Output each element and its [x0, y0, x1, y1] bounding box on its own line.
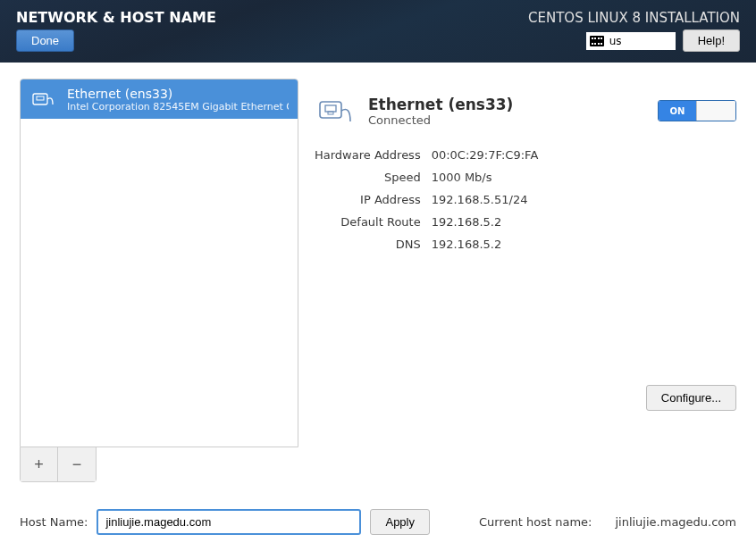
installer-title: CENTOS LINUX 8 INSTALLATION [528, 10, 740, 26]
svg-rect-2 [320, 102, 341, 118]
ethernet-icon [29, 85, 58, 113]
remove-device-button[interactable]: − [58, 447, 96, 481]
svg-rect-0 [33, 94, 47, 104]
apply-button[interactable]: Apply [370, 509, 430, 535]
keyboard-layout-label: us [609, 35, 622, 47]
device-status: Connected [368, 113, 647, 127]
dns-value: 192.168.5.2 [432, 238, 539, 251]
svg-rect-1 [37, 96, 44, 100]
ethernet-icon [315, 89, 357, 132]
keyboard-icon [590, 36, 604, 46]
toggle-knob [696, 101, 735, 121]
ip-address-label: IP Address [315, 193, 421, 206]
current-hostname-label: Current host name: [479, 515, 592, 529]
device-name: Ethernet (ens33) [368, 96, 647, 113]
hardware-address-value: 00:0C:29:7F:C9:FA [432, 148, 539, 162]
network-device-list: Ethernet (ens33) Intel Corporation 82545… [20, 79, 298, 447]
device-details: Hardware Address 00:0C:29:7F:C9:FA Speed… [315, 148, 538, 251]
device-toggle[interactable]: ON [658, 100, 736, 121]
page-title: NETWORK & HOST NAME [16, 9, 216, 26]
device-list-description: Intel Corporation 82545EM Gigabit Ethern… [67, 101, 289, 113]
device-list-item[interactable]: Ethernet (ens33) Intel Corporation 82545… [21, 79, 298, 119]
configure-button[interactable]: Configure... [646, 385, 736, 411]
current-hostname-value: jinliujie.magedu.com [615, 515, 736, 529]
device-list-name: Ethernet (ens33) [67, 87, 289, 101]
default-route-value: 192.168.5.2 [432, 215, 539, 229]
header-bar: NETWORK & HOST NAME CENTOS LINUX 8 INSTA… [0, 0, 756, 63]
keyboard-layout-indicator[interactable]: us [586, 32, 676, 50]
toggle-on-label: ON [659, 101, 696, 121]
dns-label: DNS [315, 238, 421, 251]
add-device-button[interactable]: + [21, 447, 58, 481]
svg-rect-4 [328, 112, 333, 114]
help-button[interactable]: Help! [683, 29, 740, 52]
done-button[interactable]: Done [16, 29, 74, 52]
hardware-address-label: Hardware Address [315, 148, 421, 162]
hostname-input[interactable] [97, 509, 361, 535]
default-route-label: Default Route [315, 215, 421, 229]
svg-rect-3 [325, 105, 336, 112]
speed-label: Speed [315, 171, 421, 184]
hostname-label: Host Name: [20, 515, 88, 529]
speed-value: 1000 Mb/s [432, 171, 539, 184]
ip-address-value: 192.168.5.51/24 [432, 193, 539, 206]
